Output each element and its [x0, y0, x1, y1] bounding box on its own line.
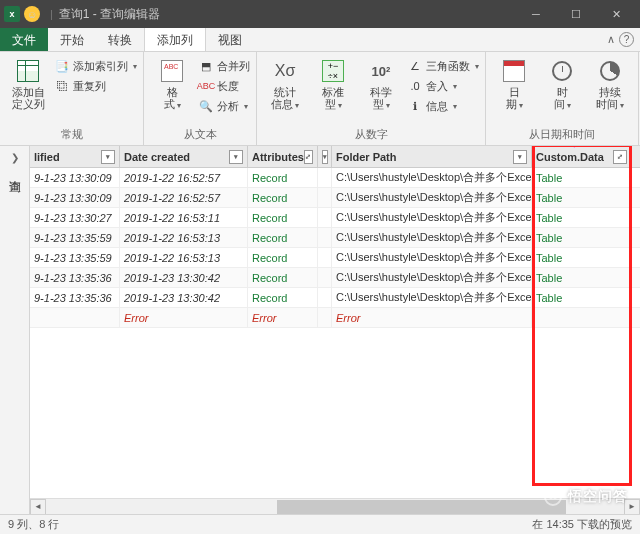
- smiley-icon: ☺: [24, 6, 40, 22]
- cell-custom-data[interactable]: Table: [532, 188, 632, 207]
- watermark-logo-icon: [544, 488, 562, 506]
- merge-columns-button[interactable]: ⬒ 合并列: [198, 57, 250, 75]
- status-bar: 9 列、8 行 在 14:35 下载的预览: [0, 514, 640, 534]
- cell-attributes[interactable]: Record: [248, 208, 318, 227]
- cell-attributes[interactable]: Record: [248, 288, 318, 307]
- cell-attributes[interactable]: Record: [248, 268, 318, 287]
- maximize-button[interactable]: ☐: [556, 0, 596, 28]
- cell-lified: [30, 308, 120, 327]
- cell-spacer: [318, 168, 332, 187]
- add-index-column-button[interactable]: 📑 添加索引列▾: [54, 57, 137, 75]
- cell-lified: 9-1-23 13:30:09: [30, 168, 120, 187]
- scroll-left-button[interactable]: ◄: [30, 499, 46, 515]
- queries-sidebar[interactable]: ❯ 查询: [0, 146, 30, 514]
- ribbon-group-datetime: 日 期▾ 时 间▾ 持续 时间▾ 从日期和时间: [486, 52, 639, 145]
- cell-custom-data[interactable]: Table: [532, 208, 632, 227]
- watermark: 悟空问答: [544, 488, 628, 506]
- cell-attributes[interactable]: Record: [248, 168, 318, 187]
- cell-date-created: 2019-1-22 16:52:57: [120, 188, 248, 207]
- cell-attributes[interactable]: Record: [248, 248, 318, 267]
- table-icon: [17, 60, 39, 82]
- sigma-icon: Xσ: [275, 62, 296, 80]
- column-header-custom-data[interactable]: Custom.Data⤢: [532, 146, 632, 167]
- expand-icon[interactable]: ⤢: [613, 150, 627, 164]
- collapse-ribbon-icon[interactable]: ∧: [607, 33, 615, 46]
- tab-file[interactable]: 文件: [0, 28, 48, 51]
- column-header-date-created[interactable]: Date created▾: [120, 146, 248, 167]
- cell-folder-path: C:\Users\hustyle\Desktop\合并多个Excel文: [332, 188, 532, 207]
- group-label-general: 常规: [6, 125, 137, 145]
- tab-add-column[interactable]: 添加列: [144, 28, 206, 51]
- table-row[interactable]: 9-1-23 13:30:272019-1-22 16:53:11RecordC…: [30, 208, 640, 228]
- standard-button[interactable]: +−÷× 标准 型▾: [311, 55, 355, 112]
- cell-spacer: [318, 288, 332, 307]
- cell-attributes[interactable]: Record: [248, 228, 318, 247]
- analyze-button[interactable]: 🔍 分析▾: [198, 97, 250, 115]
- time-button[interactable]: 时 间▾: [540, 55, 584, 112]
- table-row[interactable]: 9-1-23 13:30:092019-1-22 16:52:57RecordC…: [30, 188, 640, 208]
- table-row[interactable]: 9-1-23 13:35:592019-1-22 16:53:13RecordC…: [30, 248, 640, 268]
- cell-spacer: [318, 208, 332, 227]
- format-button[interactable]: 格 式▾: [150, 55, 194, 112]
- cell-lified: 9-1-23 13:35:36: [30, 288, 120, 307]
- cell-custom-data[interactable]: Table: [532, 268, 632, 287]
- table-row[interactable]: 9-1-23 13:30:092019-1-22 16:52:57RecordC…: [30, 168, 640, 188]
- column-header-spacer[interactable]: ▾: [318, 146, 332, 167]
- rounding-button[interactable]: .0 舍入▾: [407, 77, 479, 95]
- cell-custom-data[interactable]: Table: [532, 288, 632, 307]
- cell-date-created: 2019-1-22 16:52:57: [120, 168, 248, 187]
- scientific-button[interactable]: 10² 科学 型▾: [359, 55, 403, 112]
- ribbon-group-number: Xσ 统计 信息▾ +−÷× 标准 型▾ 10² 科学 型▾ ∠ 三角函数▾ .…: [257, 52, 486, 145]
- cell-attributes[interactable]: Record: [248, 188, 318, 207]
- cell-custom-data[interactable]: [532, 308, 632, 327]
- minimize-button[interactable]: ─: [516, 0, 556, 28]
- duration-button[interactable]: 持续 时间▾: [588, 55, 632, 112]
- ribbon-tabs: 文件 开始 转换 添加列 视图 ∧ ?: [0, 28, 640, 52]
- cell-custom-data[interactable]: Table: [532, 248, 632, 267]
- tab-convert[interactable]: 转换: [96, 28, 144, 51]
- filter-icon[interactable]: ▾: [101, 150, 115, 164]
- column-header-attributes[interactable]: Attributes⤢: [248, 146, 318, 167]
- tab-view[interactable]: 视图: [206, 28, 254, 51]
- table-row[interactable]: ErrorErrorError: [30, 308, 640, 328]
- tab-start[interactable]: 开始: [48, 28, 96, 51]
- filter-icon[interactable]: ▾: [322, 150, 328, 164]
- table-row[interactable]: 9-1-23 13:35:592019-1-22 16:53:13RecordC…: [30, 228, 640, 248]
- cell-date-created: 2019-1-23 13:30:42: [120, 268, 248, 287]
- filter-icon[interactable]: ▾: [513, 150, 527, 164]
- group-label-text: 从文本: [150, 125, 250, 145]
- column-header-lified[interactable]: lified▾: [30, 146, 120, 167]
- grid-header: lified▾ Date created▾ Attributes⤢ ▾ Fold…: [30, 146, 640, 168]
- cell-folder-path: C:\Users\hustyle\Desktop\合并多个Excel文: [332, 248, 532, 267]
- filter-icon[interactable]: ▾: [229, 150, 243, 164]
- duplicate-icon: ⿻: [54, 78, 70, 94]
- info-icon: ℹ: [407, 98, 423, 114]
- cell-attributes[interactable]: Error: [248, 308, 318, 327]
- cell-lified: 9-1-23 13:30:27: [30, 208, 120, 227]
- chevron-right-icon[interactable]: ❯: [11, 152, 19, 163]
- date-button[interactable]: 日 期▾: [492, 55, 536, 112]
- cell-lified: 9-1-23 13:35:59: [30, 248, 120, 267]
- table-row[interactable]: 9-1-23 13:35:362019-1-23 13:30:42RecordC…: [30, 268, 640, 288]
- duplicate-column-button[interactable]: ⿻ 重复列: [54, 77, 137, 95]
- cell-folder-path: C:\Users\hustyle\Desktop\合并多个Excel文: [332, 288, 532, 307]
- help-icon[interactable]: ?: [619, 32, 634, 47]
- info-button[interactable]: ℹ 信息▾: [407, 97, 479, 115]
- cell-lified: 9-1-23 13:35:59: [30, 228, 120, 247]
- standard-icon: +−÷×: [322, 60, 344, 82]
- cell-custom-data[interactable]: Table: [532, 168, 632, 187]
- close-button[interactable]: ✕: [596, 0, 636, 28]
- excel-icon: x: [4, 6, 20, 22]
- scroll-thumb[interactable]: [277, 500, 566, 514]
- scientific-icon: 10²: [372, 64, 391, 79]
- table-row[interactable]: 9-1-23 13:35:362019-1-23 13:30:42RecordC…: [30, 288, 640, 308]
- add-custom-column-button[interactable]: 添加自 定义列: [6, 55, 50, 110]
- statistics-button[interactable]: Xσ 统计 信息▾: [263, 55, 307, 112]
- trig-button[interactable]: ∠ 三角函数▾: [407, 57, 479, 75]
- cell-lified: 9-1-23 13:35:36: [30, 268, 120, 287]
- expand-icon[interactable]: ⤢: [304, 150, 313, 164]
- window-title: 查询1 - 查询编辑器: [59, 6, 160, 23]
- column-header-folder-path[interactable]: Folder Path▾: [332, 146, 532, 167]
- cell-custom-data[interactable]: Table: [532, 228, 632, 247]
- length-button[interactable]: ABC 长度: [198, 77, 250, 95]
